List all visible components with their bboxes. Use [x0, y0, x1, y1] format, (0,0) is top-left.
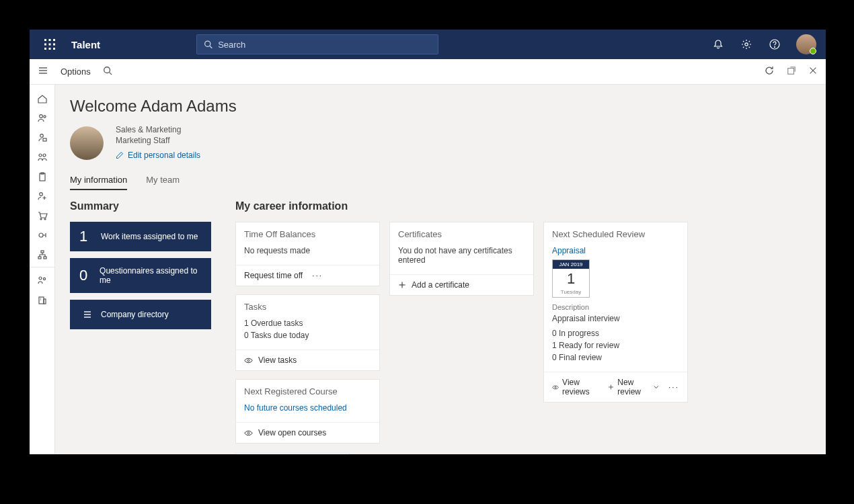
- sidebar-divider: [30, 267, 54, 267]
- more-actions[interactable]: ···: [312, 271, 323, 280]
- search-box[interactable]: [196, 34, 438, 54]
- add-certificate-link[interactable]: Add a certificate: [390, 274, 533, 295]
- svg-rect-7: [49, 48, 51, 50]
- sidebar-item-tasks[interactable]: [30, 167, 55, 186]
- svg-point-33: [39, 233, 43, 237]
- calendar-chip: JAN 2019 1 Tuesday: [552, 259, 590, 298]
- certs-body: You do not have any certificates entered: [398, 246, 525, 265]
- view-open-courses-link[interactable]: View open courses: [236, 422, 379, 443]
- team-icon: [37, 152, 48, 163]
- card-title: Performance Goals: [236, 454, 349, 454]
- no-courses-text: No future courses scheduled: [244, 403, 371, 413]
- tile-questionnaires[interactable]: 0 Questionnaires assigned to me: [70, 258, 211, 293]
- svg-point-9: [205, 41, 210, 46]
- clipboard-icon: [37, 171, 48, 182]
- sidebar-item-org[interactable]: [30, 225, 55, 245]
- help-button[interactable]: [768, 38, 781, 51]
- refresh-button[interactable]: [764, 65, 775, 79]
- view-reviews-link[interactable]: View reviews: [552, 378, 598, 396]
- review-stat-inprogress: 0 In progress: [552, 329, 679, 338]
- filter-button[interactable]: [103, 66, 112, 78]
- waffle-launcher[interactable]: [39, 39, 61, 50]
- main-content: Welcome Adam Adams Sales & Marketing Mar…: [55, 85, 826, 454]
- more-actions[interactable]: ···: [668, 382, 679, 392]
- tile-work-items[interactable]: 1 Work items assigned to me: [70, 222, 211, 251]
- hierarchy-icon: [37, 249, 48, 260]
- card-footer: Request time off ···: [236, 265, 379, 286]
- svg-point-37: [39, 277, 42, 280]
- svg-point-50: [555, 386, 556, 388]
- sidebar-item-compensation[interactable]: [30, 206, 55, 225]
- tasks-due-today: 0 Tasks due today: [244, 331, 371, 340]
- list-icon: [82, 309, 93, 320]
- search-icon: [204, 40, 212, 49]
- new-review-button[interactable]: New review: [608, 378, 659, 396]
- home-icon: [37, 93, 48, 104]
- summary-heading: Summary: [70, 200, 211, 212]
- refresh-icon: [764, 65, 775, 76]
- edit-link-label: Edit personal details: [128, 151, 200, 160]
- building-icon: [37, 294, 48, 305]
- sidebar-item-people[interactable]: [30, 108, 55, 128]
- cal-month: JAN 2019: [553, 260, 589, 269]
- career-column: My career information Time Off Balances …: [235, 200, 811, 454]
- person-department: Sales & Marketing: [116, 125, 200, 134]
- sidebar-item-team[interactable]: [30, 147, 55, 167]
- tile-count: 0: [79, 267, 94, 284]
- svg-point-17: [104, 67, 110, 73]
- sidebar-item-hierarchy[interactable]: [30, 245, 55, 264]
- popout-button[interactable]: [787, 66, 796, 78]
- user-avatar[interactable]: [796, 34, 816, 54]
- tab-my-team[interactable]: My team: [146, 175, 180, 190]
- card-title: Next Registered Course: [236, 380, 379, 403]
- sidebar-item-home[interactable]: [30, 89, 55, 108]
- nav-toggle[interactable]: [38, 65, 56, 79]
- card-time-off: Time Off Balances No requests made Reque…: [235, 222, 380, 286]
- request-time-off-link[interactable]: Request time off: [244, 271, 303, 280]
- options-label[interactable]: Options: [61, 67, 91, 77]
- card-tasks: Tasks 1 Overdue tasks 0 Tasks due today …: [235, 294, 380, 371]
- tasks-overdue: 1 Overdue tasks: [244, 319, 371, 328]
- svg-rect-34: [41, 251, 44, 253]
- columns: Summary 1 Work items assigned to me 0 Qu…: [70, 200, 811, 454]
- svg-rect-28: [40, 173, 45, 181]
- hamburger-icon: [38, 65, 48, 76]
- svg-point-27: [43, 154, 46, 157]
- sidebar-item-add-person[interactable]: [30, 186, 55, 206]
- view-courses-label: View open courses: [258, 428, 326, 437]
- sidebar-item-my-team[interactable]: [30, 270, 55, 290]
- desc-label: Description: [552, 303, 679, 311]
- notifications-button[interactable]: [711, 38, 725, 51]
- card-certificates: Certificates You do not have any certifi…: [389, 222, 534, 296]
- summary-column: Summary 1 Work items assigned to me 0 Qu…: [70, 200, 211, 454]
- view-tasks-link[interactable]: View tasks: [236, 349, 379, 370]
- settings-button[interactable]: [740, 38, 753, 51]
- org-icon: [37, 230, 48, 241]
- edit-personal-details-link[interactable]: Edit personal details: [116, 151, 200, 160]
- person-job-title: Marketing Staff: [116, 136, 200, 145]
- appraisal-link[interactable]: Appraisal: [552, 246, 679, 255]
- tile-company-directory[interactable]: Company directory: [70, 300, 211, 329]
- person-plus-icon: [37, 191, 48, 202]
- svg-rect-36: [44, 257, 46, 259]
- search-input[interactable]: [218, 40, 431, 50]
- tab-my-information[interactable]: My information: [70, 175, 127, 190]
- svg-rect-6: [44, 48, 46, 50]
- desc-value: Appraisal interview: [552, 314, 679, 323]
- svg-rect-2: [53, 39, 55, 41]
- svg-point-13: [774, 47, 775, 48]
- view-tasks-label: View tasks: [258, 355, 297, 365]
- close-button[interactable]: [808, 66, 818, 78]
- sidebar-item-company[interactable]: [30, 290, 55, 309]
- tile-label: Work items assigned to me: [101, 232, 198, 241]
- card-next-review: Next Scheduled Review Appraisal JAN 2019…: [543, 222, 688, 403]
- sidebar-item-personnel[interactable]: [30, 128, 55, 147]
- review-stat-final: 0 Final review: [552, 353, 679, 362]
- pencil-icon: [116, 151, 124, 159]
- eye-icon: [244, 356, 253, 365]
- svg-rect-39: [39, 297, 44, 304]
- card-col-b: Certificates You do not have any certifi…: [389, 222, 534, 296]
- bell-icon: [713, 39, 724, 50]
- search-icon: [103, 66, 112, 75]
- search-wrap: [196, 34, 438, 54]
